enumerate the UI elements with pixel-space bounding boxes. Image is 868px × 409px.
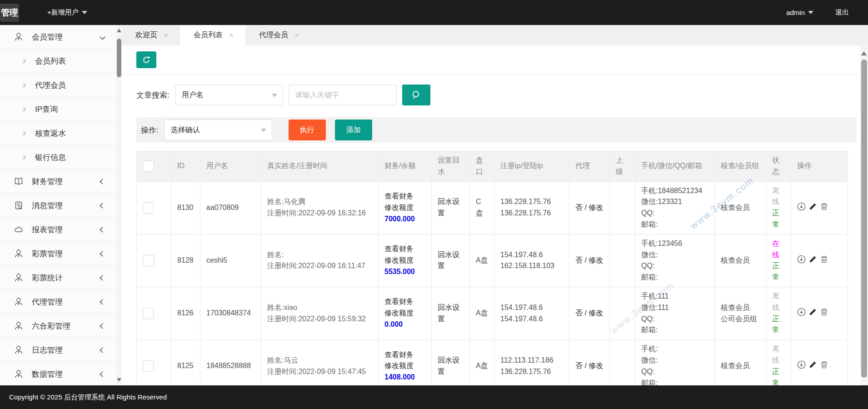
add-button[interactable]: 添加 <box>335 120 372 140</box>
tab-代理会员[interactable]: 代理会员× <box>245 25 311 45</box>
edit-pencil-icon[interactable] <box>808 202 817 211</box>
sidebar-item-会员管理[interactable]: 会员管理 <box>0 25 116 49</box>
row-checkbox[interactable] <box>143 255 154 266</box>
scroll-down-icon[interactable] <box>117 378 121 382</box>
edit-quota-link[interactable]: 修改额度 <box>384 202 425 214</box>
view-finance-link[interactable]: 查看财务 <box>384 244 425 255</box>
chevron-left-icon <box>100 273 105 282</box>
sidebar-scrollbar-thumb[interactable] <box>117 39 121 77</box>
chevron-right-icon <box>21 155 26 160</box>
cell-rebate: 回水设置 <box>432 340 470 385</box>
column-header: ID <box>171 151 200 182</box>
sidebar-item-消息管理[interactable]: 消息管理 <box>0 194 116 218</box>
scroll-up-icon[interactable] <box>861 51 867 55</box>
edit-quota-link[interactable]: 修改额度 <box>384 255 425 266</box>
cell-pan: A盘 <box>470 340 494 385</box>
delete-trash-icon[interactable] <box>820 360 828 369</box>
edit-pencil-icon[interactable] <box>808 360 817 369</box>
chevron-left-icon <box>100 345 105 354</box>
audit-group-text: 核查会员 <box>721 255 760 266</box>
operation-row: 操作: 选择确认 执行 添加 <box>136 117 856 143</box>
download-icon[interactable] <box>797 308 806 316</box>
view-finance-link[interactable]: 查看财务 <box>384 191 425 202</box>
refresh-button[interactable] <box>136 51 156 68</box>
cell-upline <box>610 234 635 287</box>
cell-status: 离线正常 <box>766 181 791 234</box>
search-icon <box>411 90 422 100</box>
phone-text: 手机:111 <box>641 291 708 302</box>
row-checkbox[interactable] <box>143 308 154 319</box>
sidebar-item-代理管理[interactable]: 代理管理 <box>0 290 116 314</box>
tab-欢迎页[interactable]: 欢迎页× <box>122 25 180 45</box>
column-header: 财务/余额 <box>379 151 432 182</box>
tab-bar: 欢迎页×会员列表×代理会员× <box>122 25 868 45</box>
delete-trash-icon[interactable] <box>820 255 828 264</box>
rebate-settings-link[interactable]: 回水设置 <box>438 198 459 217</box>
realname-text: 姓名: <box>267 249 372 261</box>
sidebar-item-六合彩管理[interactable]: 六合彩管理 <box>0 314 116 338</box>
delete-trash-icon[interactable] <box>820 308 828 316</box>
sidebar-subitem-银行信息[interactable]: 银行信息 <box>0 145 116 170</box>
download-icon[interactable] <box>797 255 806 264</box>
qq-text: QQ: <box>641 260 708 272</box>
sidebar-subitem-会员列表[interactable]: 会员列表 <box>0 49 116 73</box>
agent-modify-link[interactable]: 否 / 修改 <box>575 309 603 317</box>
select-all-checkbox[interactable] <box>143 160 154 172</box>
execute-button[interactable]: 执行 <box>289 120 326 140</box>
tab-label: 会员列表 <box>194 30 223 40</box>
company-group-text: 公司会员组 <box>721 314 760 325</box>
sidebar-item-日志管理[interactable]: 日志管理 <box>0 338 116 362</box>
scroll-up-icon[interactable] <box>117 29 121 32</box>
agent-modify-link[interactable]: 否 / 修改 <box>575 204 603 211</box>
normal-status-badge: 正常 <box>772 260 785 283</box>
row-checkbox[interactable] <box>143 202 154 214</box>
download-icon[interactable] <box>797 202 806 211</box>
rebate-settings-link[interactable]: 回水设置 <box>438 304 459 323</box>
sidebar-subitem-IP查询[interactable]: IP查询 <box>0 97 116 121</box>
normal-status-badge: 正常 <box>772 314 785 336</box>
sidebar-item-报表管理[interactable]: 报表管理 <box>0 218 116 242</box>
page-scrollbar[interactable] <box>860 46 868 385</box>
sidebar-subitem-label: 核查返水 <box>35 128 66 139</box>
sidebar-subitem-代理会员[interactable]: 代理会员 <box>0 73 116 97</box>
search-button[interactable] <box>402 85 430 105</box>
wechat-text: 微信: <box>641 355 708 366</box>
edit-pencil-icon[interactable] <box>808 308 817 316</box>
search-field-select[interactable]: 用户名 <box>175 85 283 105</box>
rebate-settings-link[interactable]: 回水设置 <box>438 356 459 375</box>
delete-trash-icon[interactable] <box>820 202 828 211</box>
sidebar-item-财务管理[interactable]: 财务管理 <box>0 170 116 194</box>
chevron-left-icon <box>100 249 105 258</box>
tab-会员列表[interactable]: 会员列表× <box>180 25 245 45</box>
sidebar-item-彩票管理[interactable]: 彩票管理 <box>0 242 116 266</box>
agent-modify-link[interactable]: 否 / 修改 <box>575 256 603 264</box>
new-user-menu[interactable]: +新增用户 <box>47 8 87 17</box>
admin-menu[interactable]: admin <box>786 9 813 16</box>
keyword-input[interactable] <box>289 85 397 105</box>
edit-pencil-icon[interactable] <box>808 255 817 264</box>
sidebar-scrollbar[interactable] <box>116 25 122 385</box>
row-checkbox[interactable] <box>143 360 154 372</box>
download-icon[interactable] <box>797 360 806 369</box>
rebate-settings-link[interactable]: 回水设置 <box>438 251 459 270</box>
view-finance-link[interactable]: 查看财务 <box>384 349 425 361</box>
page-scrollbar-thumb[interactable] <box>861 60 867 378</box>
close-icon[interactable]: × <box>229 31 234 40</box>
agent-modify-link[interactable]: 否 / 修改 <box>575 362 603 369</box>
close-icon[interactable]: × <box>164 31 168 40</box>
sidebar-item-数据管理[interactable]: 数据管理 <box>0 362 116 385</box>
close-icon[interactable]: × <box>294 31 299 40</box>
logout-button[interactable]: 退出 <box>835 8 849 17</box>
operation-select[interactable]: 选择确认 <box>164 120 272 140</box>
cell-finance: 查看财务修改额度1408.000 <box>379 340 432 385</box>
edit-quota-link[interactable]: 修改额度 <box>384 360 425 372</box>
copyright-text: Copyright © 2025 后台管理系统 All Rights Reser… <box>9 393 167 402</box>
sidebar-item-彩票统计[interactable]: 彩票统计 <box>0 266 116 290</box>
view-finance-link[interactable]: 查看财务 <box>384 296 425 308</box>
cell-rebate: 回水设置 <box>432 181 470 234</box>
cell-username: 17030848374 <box>200 287 261 339</box>
sidebar-subitem-核查返水[interactable]: 核查返水 <box>0 121 116 145</box>
online-status-badge: 离线 <box>772 344 785 366</box>
chevron-right-icon <box>21 83 26 87</box>
edit-quota-link[interactable]: 修改额度 <box>384 308 425 319</box>
